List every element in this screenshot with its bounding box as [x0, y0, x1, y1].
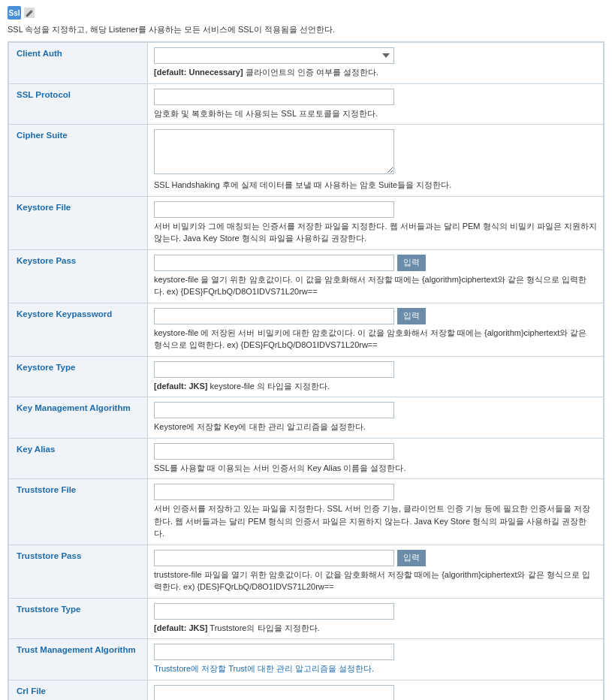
page-title-box: Ssl: [8, 6, 35, 20]
truststore-file-desc: 서버 인증서를 저장하고 있는 파일을 지정한다. SSL 서버 인증 기능, …: [154, 502, 597, 540]
label-truststore-type: Truststore Type: [9, 598, 148, 639]
row-key-alias: Key Alias SSL를 사용할 때 이용되는 서버 인증서의 Key Al…: [9, 438, 604, 479]
value-ssl-protocol: 암호화 및 복호화하는 데 사용되는 SSL 프로토콜을 지정한다.: [148, 83, 604, 125]
page-description: SSL 속성을 지정하고, 해당 Listener를 사용하는 모든 서비스에 …: [8, 24, 604, 35]
key-alias-desc: SSL를 사용할 때 이용되는 서버 인증서의 Key Alias 이름을 설정…: [154, 462, 597, 475]
keystore-keypassword-input[interactable]: [154, 308, 394, 324]
keystore-keypassword-input-group: 입력: [154, 308, 597, 324]
edit-icon[interactable]: [24, 8, 35, 18]
crl-file-input[interactable]: [154, 685, 394, 701]
label-ssl-protocol: SSL Protocol: [9, 83, 148, 125]
value-keystore-type: [default: JKS] keystore-file 의 타입을 지정한다.: [148, 356, 604, 397]
row-ssl-protocol: SSL Protocol 암호화 및 복호화하는 데 사용되는 SSL 프로토콜…: [9, 83, 604, 125]
keystore-pass-input[interactable]: [154, 255, 394, 271]
truststore-pass-input-group: 입력: [154, 550, 597, 566]
label-key-management-algorithm: Key Management Algorithm: [9, 397, 148, 439]
keystore-pass-desc: keystore-file 을 열기 위한 암호값이다. 이 값을 암호화해서 …: [154, 273, 597, 298]
value-key-management-algorithm: Keystore에 저장할 Key에 대한 관리 알고리즘을 설정한다.: [148, 397, 604, 439]
keystore-keypassword-btn[interactable]: 입력: [397, 308, 426, 324]
keystore-type-input[interactable]: [154, 361, 394, 378]
client-auth-desc: [default: Unnecessary] 클라이언트의 인증 여부를 설정한…: [154, 66, 597, 79]
client-auth-select[interactable]: [154, 47, 394, 64]
label-truststore-file: Truststore File: [9, 479, 148, 545]
trust-management-algorithm-desc: Truststore에 저장할 Trust에 대한 관리 알고리즘을 설정한다.: [154, 662, 597, 675]
truststore-pass-input[interactable]: [154, 550, 394, 566]
row-client-auth: Client Auth [default: Unnecessary] 클라이언트…: [9, 43, 604, 84]
row-trust-management-algorithm: Trust Management Algorithm Truststore에 저…: [9, 639, 604, 680]
truststore-pass-btn[interactable]: 입력: [397, 550, 426, 566]
label-truststore-pass: Truststore Pass: [9, 545, 148, 598]
row-keystore-pass: Keystore Pass 입력 keystore-file 을 열기 위한 암…: [9, 249, 604, 303]
value-client-auth: [default: Unnecessary] 클라이언트의 인증 여부를 설정한…: [148, 43, 604, 84]
value-truststore-type: [default: JKS] Truststore의 타입을 지정한다.: [148, 598, 604, 639]
label-keystore-type: Keystore Type: [9, 356, 148, 397]
label-crl-file: Crl File: [9, 680, 148, 700]
key-alias-input[interactable]: [154, 443, 394, 460]
cipher-suite-textarea[interactable]: [154, 129, 394, 174]
trust-management-algorithm-input[interactable]: [154, 644, 394, 660]
ssl-protocol-input[interactable]: [154, 89, 394, 105]
row-key-management-algorithm: Key Management Algorithm Keystore에 저장할 K…: [9, 397, 604, 439]
row-keystore-file: Keystore File 서버 비밀키와 그에 매칭되는 인증서를 저장한 파…: [9, 196, 604, 249]
truststore-type-desc: [default: JKS] Truststore의 타입을 지정한다.: [154, 622, 597, 635]
ssl-protocol-desc: 암호화 및 복호화하는 데 사용되는 SSL 프로토콜을 지정한다.: [154, 107, 597, 120]
keystore-file-input[interactable]: [154, 201, 394, 218]
row-keystore-keypassword: Keystore Keypassword 입력 keystore-file 에 …: [9, 303, 604, 356]
keystore-keypassword-desc: keystore-file 에 저장된 서버 비밀키에 대한 암호값이다. 이 …: [154, 327, 597, 352]
page-container: Ssl SSL 속성을 지정하고, 해당 Listener를 사용하는 모든 서…: [0, 0, 612, 700]
truststore-file-input[interactable]: [154, 484, 394, 500]
cipher-suite-desc: SSL Handshaking 후에 실제 데이터를 보낼 때 사용하는 암호 …: [154, 179, 597, 192]
ssl-icon: Ssl: [8, 6, 21, 20]
row-keystore-type: Keystore Type [default: JKS] keystore-fi…: [9, 356, 604, 397]
page-header: Ssl: [8, 6, 604, 20]
label-cipher-suite: Cipher Suite: [9, 125, 148, 197]
row-truststore-type: Truststore Type [default: JKS] Truststor…: [9, 598, 604, 639]
value-keystore-pass: 입력 keystore-file 을 열기 위한 암호값이다. 이 값을 암호화…: [148, 249, 604, 303]
row-truststore-file: Truststore File 서버 인증서를 저장하고 있는 파일을 지정한다…: [9, 479, 604, 545]
keystore-pass-input-group: 입력: [154, 255, 597, 271]
truststore-pass-desc: truststore-file 파일을 열기 위한 암호값이다. 이 값을 암호…: [154, 569, 597, 593]
value-key-alias: SSL를 사용할 때 이용되는 서버 인증서의 Key Alias 이름을 설정…: [148, 438, 604, 479]
label-client-auth: Client Auth: [9, 43, 148, 84]
form-table: Client Auth [default: Unnecessary] 클라이언트…: [8, 42, 604, 700]
keystore-type-desc: [default: JKS] keystore-file 의 타입을 지정한다.: [154, 380, 597, 393]
truststore-type-input[interactable]: [154, 603, 394, 620]
keystore-file-desc: 서버 비밀키와 그에 매칭되는 인증서를 저장한 파일을 지정한다. 웹 서버들…: [154, 220, 597, 245]
row-crl-file: Crl File Certificate Revocation Lists를 저…: [9, 680, 604, 700]
keystore-pass-btn[interactable]: 입력: [397, 255, 426, 271]
value-truststore-file: 서버 인증서를 저장하고 있는 파일을 지정한다. SSL 서버 인증 기능, …: [148, 479, 604, 545]
label-keystore-file: Keystore File: [9, 196, 148, 249]
value-crl-file: Certificate Revocation Lists를 저장하고 있는 파일…: [148, 680, 604, 700]
label-keystore-pass: Keystore Pass: [9, 249, 148, 303]
row-truststore-pass: Truststore Pass 입력 truststore-file 파일을 열…: [9, 545, 604, 598]
value-cipher-suite: SSL Handshaking 후에 실제 데이터를 보낼 때 사용하는 암호 …: [148, 125, 604, 197]
value-keystore-file: 서버 비밀키와 그에 매칭되는 인증서를 저장한 파일을 지정한다. 웹 서버들…: [148, 196, 604, 249]
key-management-algorithm-input[interactable]: [154, 402, 394, 418]
value-truststore-pass: 입력 truststore-file 파일을 열기 위한 암호값이다. 이 값을…: [148, 545, 604, 598]
label-key-alias: Key Alias: [9, 438, 148, 479]
row-cipher-suite: Cipher Suite SSL Handshaking 후에 실제 데이터를 …: [9, 125, 604, 197]
key-management-algorithm-desc: Keystore에 저장할 Key에 대한 관리 알고리즘을 설정한다.: [154, 421, 597, 433]
label-keystore-keypassword: Keystore Keypassword: [9, 303, 148, 356]
value-keystore-keypassword: 입력 keystore-file 에 저장된 서버 비밀키에 대한 암호값이다.…: [148, 303, 604, 356]
form-wrapper: Client Auth [default: Unnecessary] 클라이언트…: [8, 41, 604, 700]
label-trust-management-algorithm: Trust Management Algorithm: [9, 639, 148, 680]
value-trust-management-algorithm: Truststore에 저장할 Trust에 대한 관리 알고리즘을 설정한다.: [148, 639, 604, 680]
